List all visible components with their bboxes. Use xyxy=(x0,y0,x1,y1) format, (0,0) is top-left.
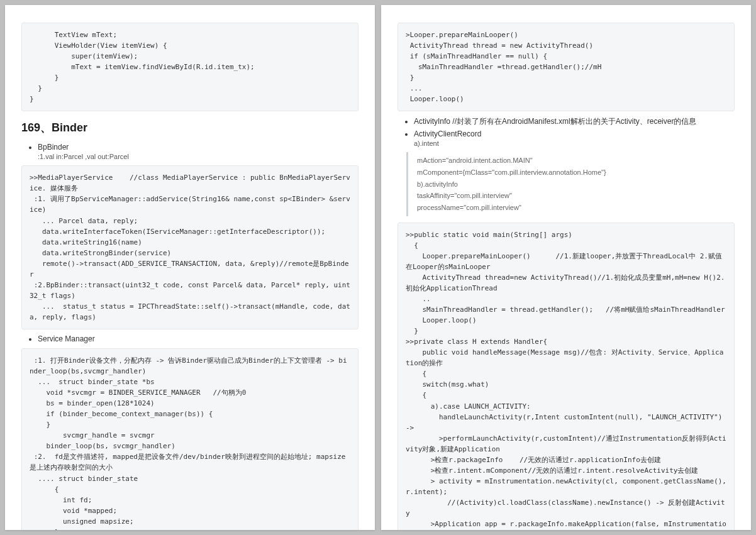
list-bpbinder: BpBinder :1.val in:Parcel ,val out:Parce… xyxy=(21,143,359,160)
code-binderloop: :1. 打开Binder设备文件，分配内存 -> 告诉Binder驱动自己成为B… xyxy=(21,348,359,530)
code-looper: >Looper.prepareMainLooper() ActivityThre… xyxy=(397,23,735,111)
code-main: >>public static void main(String[] args)… xyxy=(397,223,735,530)
list-activityinfo: ActivityInfo //封装了所有在AndroidManifest.xml… xyxy=(397,116,735,147)
code-viewholder: TextView mText; ViewHolder(View itemView… xyxy=(21,23,359,111)
list-item: Service Manager xyxy=(38,334,359,343)
li-label: ActivityClientRecord xyxy=(414,130,481,138)
li-sub: :1.val in:Parcel ,val out:Parcel xyxy=(38,153,359,160)
li-sub: a).intent xyxy=(414,140,735,147)
list-servicemgr: Service Manager xyxy=(21,334,359,343)
code-mediaplayer: >>MediaPlayerService //class MediaPlayer… xyxy=(21,165,359,329)
page-right: >Looper.prepareMainLooper() ActivityThre… xyxy=(381,5,751,530)
list-item: ActivityInfo //封装了所有在AndroidManifest.xml… xyxy=(414,116,735,127)
heading-169-binder: 169、Binder xyxy=(21,120,359,135)
list-item: BpBinder :1.val in:Parcel ,val out:Parce… xyxy=(38,143,359,160)
li-label: BpBinder xyxy=(38,143,69,152)
blockquote-intent: mAction="android.intent.action.MAIN" mCo… xyxy=(406,152,735,216)
page-left: TextView mText; ViewHolder(View itemView… xyxy=(5,5,375,530)
list-item: ActivityClientRecord a).intent xyxy=(414,130,735,147)
